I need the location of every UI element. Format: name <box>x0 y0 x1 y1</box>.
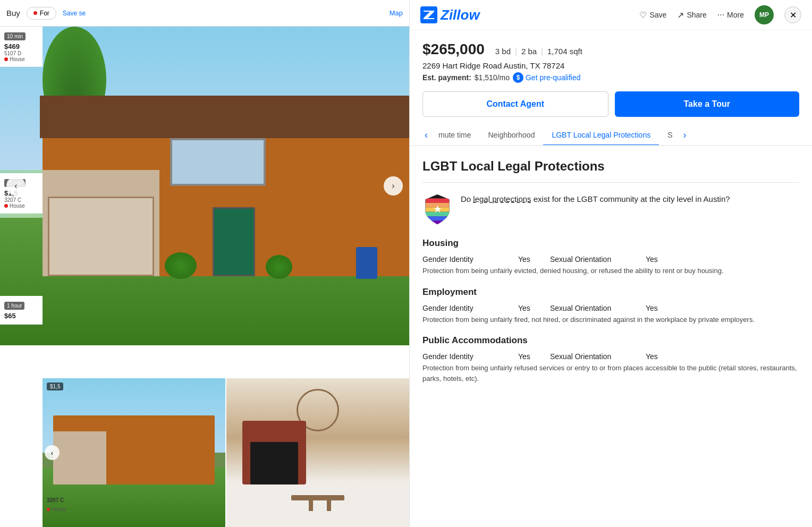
beds-stat: 3 bd <box>495 47 511 56</box>
housing-description: Protection from being unfairly evicted, … <box>422 266 799 276</box>
action-buttons: Contact Agent Take a Tour <box>422 91 799 117</box>
housing-title: Housing <box>422 238 799 249</box>
buy-label: Buy <box>6 8 20 18</box>
employment-row: Gender Identity Yes Sexual Orientation Y… <box>422 304 799 312</box>
save-search-link[interactable]: Save se <box>63 10 86 17</box>
payment-label: Est. payment: <box>422 73 471 82</box>
close-button[interactable]: ✕ <box>784 6 801 23</box>
photo-nav-right[interactable]: › <box>384 176 403 196</box>
list-item[interactable]: 1 hour $65 <box>0 296 43 325</box>
prequalify-link[interactable]: $ Get pre-qualified <box>513 72 581 83</box>
share-button[interactable]: ↗ Share <box>677 10 706 20</box>
svg-rect-5 <box>426 216 450 220</box>
divider-1: | <box>515 47 517 56</box>
left-panel: Buy For Save se Map 10 min $469 5107 D H… <box>0 0 409 527</box>
more-icon: ··· <box>717 10 724 20</box>
baths-stat: 2 ba <box>521 47 537 56</box>
public-gender-label: Gender Identity <box>422 352 518 361</box>
tab-commute-time[interactable]: mute time <box>430 125 479 146</box>
divider-2: | <box>541 47 543 56</box>
time-badge: 1 hour <box>4 302 24 310</box>
listing-type: House <box>4 203 38 209</box>
save-button[interactable]: ♡ Save <box>639 10 666 20</box>
public-accommodations-row: Gender Identity Yes Sexual Orientation Y… <box>422 352 799 361</box>
public-accommodations-category: Public Accommodations Gender Identity Ye… <box>422 335 799 384</box>
housing-gender-label: Gender Identity <box>422 255 518 264</box>
side-listings: 10 min $469 5107 D House 20 min $1,5 320… <box>0 27 43 527</box>
photo-nav-left[interactable]: ‹ <box>6 176 26 196</box>
housing-row: Gender Identity Yes Sexual Orientation Y… <box>422 255 799 264</box>
sqft-stat: 1,704 sqft <box>547 47 582 56</box>
share-icon: ↗ <box>677 10 684 20</box>
employment-title: Employment <box>422 287 799 298</box>
tab-navigation: ‹ mute time Neighborhood LGBT Local Lega… <box>410 125 812 146</box>
time-badge: 10 min <box>4 32 26 40</box>
more-button[interactable]: ··· More <box>717 10 744 20</box>
main-photo: ‹ › <box>0 27 409 345</box>
list-item[interactable]: 10 min $469 5107 D House <box>0 27 43 67</box>
listing-price: $65 <box>4 312 38 320</box>
dot-red-icon <box>4 57 8 61</box>
svg-text:★: ★ <box>433 203 442 215</box>
zillow-logo: Zillow <box>420 6 639 23</box>
employment-orientation-value: Yes <box>646 304 678 312</box>
property-section: $265,000 3 bd | 2 ba | 1,704 sqft 2269 H… <box>410 30 812 83</box>
housing-orientation-value: Yes <box>646 255 678 264</box>
payment-line: Est. payment: $1,510/mo $ Get pre-qualif… <box>422 72 799 83</box>
housing-gender-value: Yes <box>518 255 550 264</box>
public-accommodations-description: Protection from being unfairly refused s… <box>422 363 799 384</box>
zillow-icon <box>420 6 437 23</box>
bottom-thumbs: $1,5 3207 C House ‹ <box>43 378 409 527</box>
lgbt-header: ★ Do legal protections exist for the LGB… <box>422 193 799 225</box>
tab-nav-left-arrow[interactable]: ‹ <box>422 130 430 141</box>
employment-description: Protection from being unfairly fired, no… <box>422 314 799 325</box>
svg-rect-1 <box>426 198 450 202</box>
prequalify-icon: $ <box>513 72 523 83</box>
employment-orientation-label: Sexual Orientation <box>550 304 646 312</box>
listing-address: 5107 D <box>4 50 38 56</box>
thumbnail-2[interactable] <box>226 378 409 527</box>
legal-protections-link[interactable]: legal protections <box>473 194 531 203</box>
employment-gender-label: Gender Identity <box>422 304 518 312</box>
section-divider <box>422 182 799 183</box>
svg-rect-6 <box>426 221 450 225</box>
lgbt-shield-icon: ★ <box>422 193 452 225</box>
map-link[interactable]: Map <box>390 9 403 17</box>
for-sale-button[interactable]: For <box>27 7 56 20</box>
zillow-text: Zillow <box>441 7 480 23</box>
thumb-nav-left[interactable]: ‹ <box>45 445 60 460</box>
take-tour-button[interactable]: Take a Tour <box>615 91 800 117</box>
header-actions: ♡ Save ↗ Share ··· More MP ✕ <box>639 5 801 24</box>
housing-orientation-label: Sexual Orientation <box>550 255 646 264</box>
public-gender-value: Yes <box>518 352 550 361</box>
dot-red-icon <box>33 11 37 15</box>
employment-gender-value: Yes <box>518 304 550 312</box>
property-price: $265,000 <box>422 41 485 58</box>
right-panel: Zillow ♡ Save ↗ Share ··· More MP ✕ $265… <box>409 0 812 527</box>
lgbt-question: Do legal protections exist for the LGBT … <box>461 193 730 206</box>
contact-agent-button[interactable]: Contact Agent <box>422 91 608 117</box>
tab-lgbt-protections[interactable]: LGBT Local Legal Protections <box>543 125 659 146</box>
lgbt-content-section: LGBT Local Legal Protections <box>410 146 812 407</box>
listing-address: 3207 C <box>4 197 38 203</box>
header-bar: Zillow ♡ Save ↗ Share ··· More MP ✕ <box>410 0 812 30</box>
tab-neighborhood[interactable]: Neighborhood <box>479 125 543 146</box>
listing-type: House <box>4 56 38 62</box>
public-accommodations-title: Public Accommodations <box>422 335 799 346</box>
public-orientation-label: Sexual Orientation <box>550 352 646 361</box>
section-title: LGBT Local Legal Protections <box>422 159 799 174</box>
listing-price: $469 <box>4 42 38 50</box>
left-top-bar: Buy For Save se Map <box>0 0 409 27</box>
tab-nav-right-arrow[interactable]: › <box>681 130 689 141</box>
dot-red-icon <box>4 204 8 208</box>
housing-category: Housing Gender Identity Yes Sexual Orien… <box>422 238 799 276</box>
heart-icon: ♡ <box>639 10 647 20</box>
public-orientation-value: Yes <box>646 352 678 361</box>
property-stats: 3 bd | 2 ba | 1,704 sqft <box>495 47 582 56</box>
property-address: 2269 Hart Ridge Road Austin, TX 78724 <box>422 61 799 70</box>
employment-category: Employment Gender Identity Yes Sexual Or… <box>422 287 799 325</box>
tab-schools[interactable]: S <box>659 125 681 146</box>
thumbnail-1[interactable]: $1,5 3207 C House ‹ <box>43 378 225 527</box>
avatar: MP <box>755 5 774 24</box>
payment-value: $1,510/mo <box>475 73 510 82</box>
